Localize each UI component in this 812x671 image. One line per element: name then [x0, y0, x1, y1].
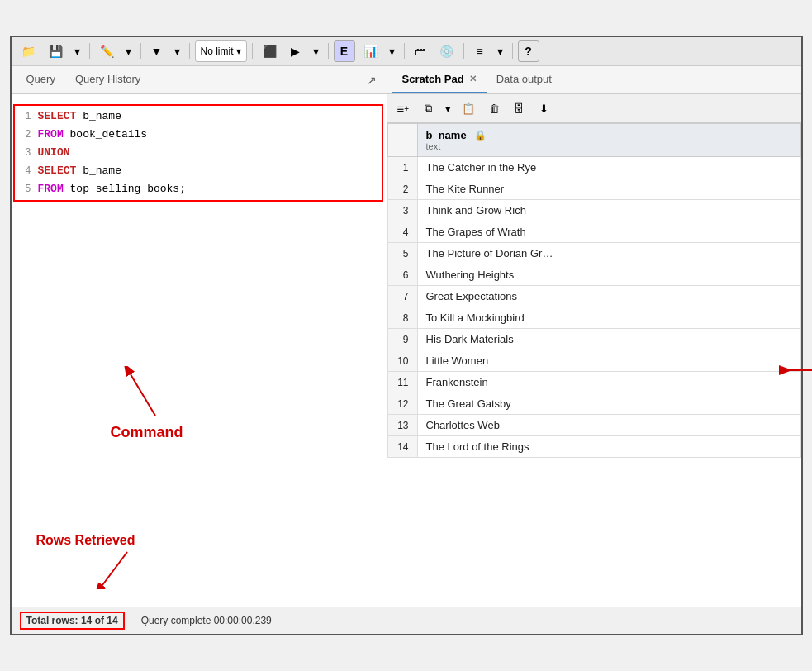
query-line-2: 2 FROM book_details: [15, 126, 382, 144]
line-content-2: FROM book_details: [38, 126, 382, 144]
table-header-row: b_name 🔒 text: [387, 124, 800, 157]
filter-dropdown-btn[interactable]: ▾: [171, 40, 184, 62]
status-query-status: Query complete 00:00:00.239: [141, 615, 272, 626]
text-bname-2: b_name: [83, 164, 121, 177]
copy-btn[interactable]: ⧉: [417, 98, 439, 119]
row-num-cell: 11: [387, 372, 417, 393]
table-row: 10Little Women: [387, 350, 800, 372]
run-dropdown-btn[interactable]: ▾: [310, 40, 323, 62]
command-label: Command: [111, 424, 183, 441]
macros-btn[interactable]: 🗃: [410, 40, 431, 62]
row-num-header: [387, 124, 417, 157]
expand-btn[interactable]: ↗: [362, 70, 382, 90]
add-row-btn[interactable]: ≡+: [392, 98, 415, 119]
save-data-btn[interactable]: 🗄: [508, 98, 529, 119]
row-value-cell: Great Expectations: [417, 286, 800, 307]
row-value-cell: Frankenstein: [417, 372, 800, 393]
chart-dropdown-btn[interactable]: ▾: [386, 40, 399, 62]
line-content-5: FROM top_selling_books;: [38, 180, 382, 198]
col-type: text: [426, 141, 792, 151]
line-num-5: 5: [15, 180, 38, 198]
tab-scratch-pad-label: Scratch Pad: [402, 73, 464, 85]
filter-btn[interactable]: ▼: [146, 40, 168, 62]
table-row: 4The Grapes of Wrath: [387, 221, 800, 243]
stop-btn[interactable]: ⬛: [258, 40, 282, 62]
keyword-from-2: FROM: [38, 183, 64, 195]
table-row: 3Think and Grow Rich: [387, 200, 800, 221]
row-value-cell: The Great Gatsby: [417, 393, 800, 415]
output-toolbar: ≡+ ⧉ ▾ 📋 🗑 🗄 ⬇: [387, 94, 801, 123]
col-name: b_name: [426, 129, 467, 141]
svg-line-5: [102, 552, 127, 585]
app-window: 📁 💾 ▾ ✏️ ▾ ▼ ▾ No limit ▾ ⬛ ▶ ▾ E 📊 ▾ 🗃 …: [10, 36, 803, 635]
run-btn[interactable]: ▶: [285, 40, 306, 62]
query-editor[interactable]: 1 SELECT b_name 2 FROM book_details: [12, 94, 387, 607]
table-row: 14The Lord of the Rings: [387, 436, 800, 458]
line-num-1: 1: [15, 107, 38, 126]
line-num-2: 2: [15, 126, 38, 144]
row-num-cell: 12: [387, 393, 417, 415]
line-content-4: SELECT b_name: [38, 162, 382, 180]
limit-dropdown-icon: ▾: [236, 45, 241, 57]
row-value-cell: Little Women: [417, 350, 800, 372]
paste-btn[interactable]: 📋: [457, 98, 480, 119]
edit-dropdown-btn[interactable]: ▾: [122, 40, 135, 62]
tab-data-output[interactable]: Data output: [487, 66, 562, 93]
tab-query[interactable]: Query: [17, 66, 65, 93]
row-num-cell: 13: [387, 415, 417, 436]
row-num-cell: 10: [387, 350, 417, 372]
delete-btn[interactable]: 🗑: [483, 98, 505, 119]
row-num-cell: 14: [387, 436, 417, 458]
tab-scratch-pad-close[interactable]: ✕: [469, 74, 477, 84]
rows-label: Rows Retrieved: [36, 533, 135, 548]
main-content: 1 SELECT b_name 2 FROM book_details: [12, 94, 801, 607]
table-body: 1The Catcher in the Rye2The Kite Runner3…: [387, 157, 800, 458]
col-header-bname: b_name 🔒 text: [417, 124, 800, 157]
table-row: 5The Picture of Dorian Gr…: [387, 243, 800, 264]
status-bar: Rows Retrieved Total rows: 14 of 14 Quer…: [12, 607, 801, 634]
query-line-3: 3 UNION: [15, 144, 382, 162]
row-num-cell: 2: [387, 178, 417, 200]
tab-scratch-pad[interactable]: Scratch Pad ✕: [392, 66, 487, 93]
help-btn[interactable]: ?: [518, 40, 539, 62]
tab-data-output-label: Data output: [496, 73, 552, 85]
table-row: 12The Great Gatsby: [387, 393, 800, 415]
keyword-select-2: SELECT: [38, 164, 77, 177]
line-num-4: 4: [15, 162, 38, 180]
row-value-cell: Wuthering Heights: [417, 264, 800, 286]
rows-annotation: Rows Retrieved: [36, 533, 135, 589]
data-table: b_name 🔒 text 1The Catcher in the Rye2Th…: [387, 123, 801, 458]
download-btn[interactable]: ⬇: [533, 98, 554, 119]
scripts-btn[interactable]: 💿: [434, 40, 458, 62]
data-table-wrapper[interactable]: b_name 🔒 text 1The Catcher in the Rye2Th…: [387, 123, 801, 607]
chart-btn[interactable]: 📊: [359, 40, 382, 62]
open-folder-btn[interactable]: 📁: [17, 40, 40, 62]
command-arrow-icon: [122, 366, 172, 424]
output-arrow-icon: [775, 359, 812, 382]
output-annotation: Output: [775, 359, 812, 382]
row-num-cell: 8: [387, 307, 417, 329]
limit-dropdown[interactable]: No limit ▾: [195, 40, 247, 62]
query-line-4: 4 SELECT b_name: [15, 162, 382, 180]
save-dropdown-btn[interactable]: ▾: [71, 40, 84, 62]
row-value-cell: The Lord of the Rings: [417, 436, 800, 458]
explain-btn[interactable]: E: [334, 40, 355, 62]
copy-dropdown-btn[interactable]: ▾: [442, 98, 453, 119]
separator-7: [463, 43, 464, 59]
edit-btn[interactable]: ✏️: [95, 40, 119, 62]
row-num-cell: 1: [387, 157, 417, 178]
text-table-2: top_selling_books;: [70, 183, 186, 195]
limit-value: No limit: [201, 45, 234, 57]
rows-arrow-icon: [86, 548, 135, 589]
row-num-cell: 9: [387, 329, 417, 350]
table-row: 8To Kill a Mockingbird: [387, 307, 800, 329]
row-value-cell: The Catcher in the Rye: [417, 157, 800, 178]
query-box: 1 SELECT b_name 2 FROM book_details: [13, 104, 383, 202]
query-line-1: 1 SELECT b_name: [15, 107, 382, 126]
messages-btn[interactable]: ≡: [469, 40, 491, 62]
messages-dropdown-btn[interactable]: ▾: [494, 40, 507, 62]
keyword-union: UNION: [38, 146, 70, 159]
tab-query-history[interactable]: Query History: [65, 66, 150, 93]
table-row: 9His Dark Materials: [387, 329, 800, 350]
save-btn[interactable]: 💾: [44, 40, 68, 62]
